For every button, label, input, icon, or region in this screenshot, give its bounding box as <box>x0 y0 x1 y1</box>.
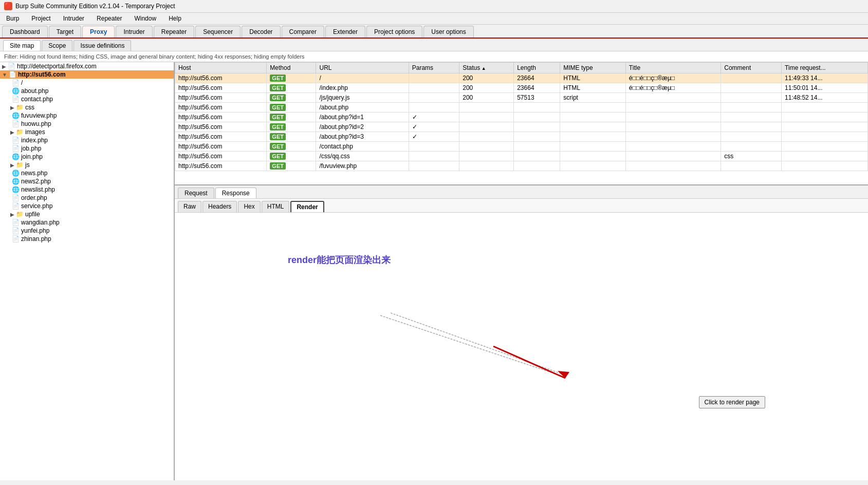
tree-item[interactable]: ▶ 📁 images <box>0 128 174 136</box>
render-tab-render[interactable]: Render <box>290 201 324 212</box>
menu-item-project[interactable]: Project <box>29 14 52 23</box>
sub-tab-issue-definitions[interactable]: Issue definitions <box>73 40 131 51</box>
table-row[interactable]: http://sut56.comGET/about.php <box>175 103 868 113</box>
main-tab-decoder[interactable]: Decoder <box>242 26 280 38</box>
table-col-method[interactable]: Method <box>267 63 316 73</box>
table-col-length[interactable]: Length <box>514 63 560 73</box>
table-cell <box>625 161 721 171</box>
table-row[interactable]: http://sut56.comGET/contact.php <box>175 142 868 152</box>
table-row[interactable]: http://sut56.comGET/20023664HTMLé□□é□□ç□… <box>175 73 868 83</box>
tree-item[interactable]: ▼ 📄 http://sut56.com <box>0 70 174 79</box>
main-tab-target[interactable]: Target <box>49 26 81 38</box>
sub-tab-site-map[interactable]: Site map <box>3 40 41 51</box>
main-tab-extender[interactable]: Extender <box>325 26 365 38</box>
method-badge: GET <box>270 123 286 130</box>
tree-item[interactable]: ▶ 📁 upfile <box>0 210 174 218</box>
table-row[interactable]: http://sut56.comGET/index.php20023664HTM… <box>175 83 868 93</box>
table-col-title[interactable]: Title <box>625 63 721 73</box>
table-row[interactable]: http://sut56.comGET/fuvuview.php <box>175 161 868 171</box>
render-page-button[interactable]: Click to render page <box>699 396 765 408</box>
main-tab-sequencer[interactable]: Sequencer <box>195 26 241 38</box>
tree-item[interactable]: 📄 service.php <box>0 202 174 210</box>
table-col-time-request---[interactable]: Time request... <box>782 63 868 73</box>
table-cell <box>514 142 560 152</box>
tree-item[interactable]: 📄 yunfei.php <box>0 227 174 235</box>
sub-tabs: Site mapScopeIssue definitions <box>0 39 868 51</box>
filter-text: Filter: Hiding not found items; hiding C… <box>4 53 305 60</box>
main-tab-dashboard[interactable]: Dashboard <box>2 26 48 38</box>
tree-item[interactable]: 📄 / <box>0 79 174 87</box>
burp-icon: 🔴 <box>4 2 12 10</box>
tree-item[interactable]: 🌐 news2.php <box>0 177 174 185</box>
table-row[interactable]: http://sut56.comGET/about.php?id=3✓ <box>175 132 868 142</box>
tree-item[interactable]: 🌐 about.php <box>0 87 174 95</box>
tree-item[interactable]: ▶ 📁 css <box>0 103 174 111</box>
table-row[interactable]: http://sut56.comGET/css/qq.csscss <box>175 152 868 161</box>
table-col-url[interactable]: URL <box>316 63 409 73</box>
tree-item[interactable]: 📄 wangdian.php <box>0 218 174 227</box>
table-cell <box>721 161 782 171</box>
table-col-host[interactable]: Host <box>175 63 267 73</box>
tree-item[interactable]: 📄 huowu.php <box>0 120 174 128</box>
table-cell <box>782 122 868 132</box>
tree-item[interactable]: 📄 index.php <box>0 136 174 144</box>
table-cell <box>721 93 782 103</box>
tree-item[interactable]: 📄 order.php <box>0 194 174 202</box>
table-cell <box>409 103 459 113</box>
table-col-status[interactable]: Status <box>459 63 514 73</box>
table-cell: 200 <box>459 83 514 93</box>
table-cell: /about.php?id=2 <box>316 122 409 132</box>
table-row[interactable]: http://sut56.comGET/js/jquery.js20057513… <box>175 93 868 103</box>
tree-item[interactable]: 🌐 newslist.php <box>0 185 174 194</box>
table-cell: http://sut56.com <box>175 73 267 83</box>
main-tab-comparer[interactable]: Comparer <box>282 26 324 38</box>
table-cell <box>560 113 626 122</box>
table-cell: GET <box>267 132 316 142</box>
table-cell <box>409 161 459 171</box>
table-col-params[interactable]: Params <box>409 63 459 73</box>
sub-tab-scope[interactable]: Scope <box>42 40 72 51</box>
table-cell <box>625 122 721 132</box>
menu-item-window[interactable]: Window <box>132 14 158 23</box>
main-tab-user-options[interactable]: User options <box>423 26 473 38</box>
table-col-mime-type[interactable]: MIME type <box>560 63 626 73</box>
response-tab-response[interactable]: Response <box>215 188 256 198</box>
render-tab-html[interactable]: HTML <box>262 201 290 212</box>
table-cell <box>721 113 782 122</box>
tree-item[interactable]: 🌐 join.php <box>0 153 174 161</box>
table-cell <box>721 83 782 93</box>
main-tab-proxy[interactable]: Proxy <box>82 26 115 38</box>
main-tab-repeater[interactable]: Repeater <box>154 26 194 38</box>
main-tab-intruder[interactable]: Intruder <box>116 26 152 38</box>
tree-item[interactable]: 📄 job.php <box>0 144 174 153</box>
menu-item-repeater[interactable]: Repeater <box>95 14 124 23</box>
method-badge: GET <box>270 84 286 91</box>
render-tab-hex[interactable]: Hex <box>238 201 260 212</box>
main-tab-project-options[interactable]: Project options <box>366 26 422 38</box>
table-cell: 200 <box>459 73 514 83</box>
table-col-comment[interactable]: Comment <box>721 63 782 73</box>
tree-item[interactable]: 📄 zhinan.php <box>0 235 174 243</box>
tree-item[interactable]: 📄 contact.php <box>0 95 174 103</box>
table-cell: http://sut56.com <box>175 93 267 103</box>
menu-item-intruder[interactable]: Intruder <box>61 14 86 23</box>
request-table: HostMethodURLParamsStatusLengthMIME type… <box>175 62 868 185</box>
tree-item[interactable]: ▶ 📄 http://detectportal.firefox.com <box>0 62 174 70</box>
tree-item[interactable]: ▶ 📁 js <box>0 161 174 169</box>
table-cell: / <box>316 73 409 83</box>
table-cell <box>782 142 868 152</box>
table-row[interactable]: http://sut56.comGET/about.php?id=1✓ <box>175 113 868 122</box>
tree-item[interactable]: 🌐 fuvuview.php <box>0 111 174 120</box>
render-tab-raw[interactable]: Raw <box>178 201 201 212</box>
render-tab-headers[interactable]: Headers <box>202 201 237 212</box>
table-cell <box>782 161 868 171</box>
filter-bar[interactable]: Filter: Hiding not found items; hiding C… <box>0 51 868 62</box>
response-tab-request[interactable]: Request <box>178 188 214 198</box>
table-row[interactable]: http://sut56.comGET/about.php?id=2✓ <box>175 122 868 132</box>
table-cell <box>459 103 514 113</box>
menu-item-help[interactable]: Help <box>167 14 183 23</box>
table-cell: 11:49:33 14... <box>782 73 868 83</box>
table-cell: /index.php <box>316 83 409 93</box>
tree-item[interactable]: 🌐 news.php <box>0 169 174 177</box>
menu-item-burp[interactable]: Burp <box>4 14 21 23</box>
